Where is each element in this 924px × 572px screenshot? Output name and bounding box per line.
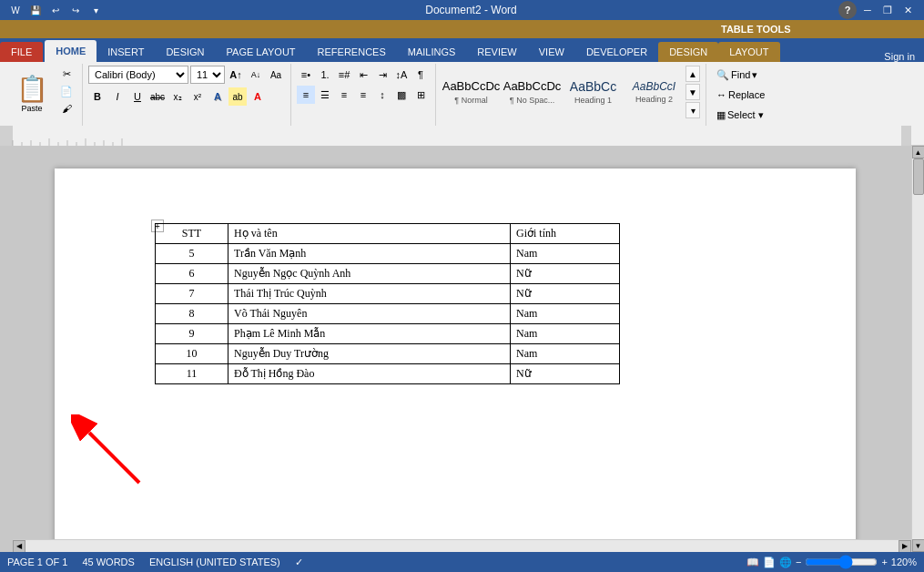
close-button[interactable]: ✕ [899, 3, 917, 17]
styles-scroll-down[interactable]: ▼ [685, 84, 700, 100]
style-heading1-preview: AaBbCc [570, 79, 616, 95]
copy-button[interactable]: 📄 [56, 83, 76, 99]
table-row: 6Nguyễn Ngọc Quỳnh AnhNữ [156, 264, 620, 284]
zoom-out-button[interactable]: − [796, 557, 801, 567]
scrollbar-track-v[interactable] [912, 158, 925, 539]
help-button[interactable]: ? [838, 1, 857, 19]
bold-button[interactable]: B [88, 87, 107, 106]
web-layout-icon[interactable]: 🌐 [779, 557, 792, 568]
font-family-select[interactable]: Calibri (Body) [88, 66, 188, 84]
quick-access-more-icon[interactable]: ▾ [87, 2, 104, 18]
window-title: Document2 - Word [104, 4, 838, 16]
align-right-button[interactable]: ≡ [335, 86, 353, 104]
paste-icon: 📋 [16, 74, 48, 104]
bullets-button[interactable]: ≡• [297, 66, 315, 84]
title-bar-controls: ? ─ ❐ ✕ [838, 1, 917, 19]
table-cell: Nữ [511, 264, 620, 284]
style-heading1[interactable]: AaBbCc Heading 1 [564, 66, 623, 118]
styles-expand[interactable]: ▾ [685, 102, 700, 118]
scrollbar-horizontal[interactable]: ◀ ▶ [13, 539, 911, 552]
tab-references[interactable]: REFERENCES [307, 42, 397, 62]
show-formatting-button[interactable]: ¶ [411, 66, 430, 84]
style-normal[interactable]: AaBbCcDc ¶ Normal [442, 66, 501, 118]
minimize-button[interactable]: ─ [858, 3, 877, 17]
style-heading1-label: Heading 1 [574, 96, 612, 105]
increase-indent-button[interactable]: ⇥ [373, 66, 391, 84]
tab-mailings[interactable]: MAILINGS [397, 42, 467, 62]
scrollbar-thumb-v[interactable] [913, 158, 924, 195]
zoom-slider-input[interactable] [805, 555, 878, 569]
select-label: Select ▾ [727, 109, 764, 121]
multilevel-list-button[interactable]: ≡# [335, 66, 353, 84]
font-size-select[interactable]: 11 [190, 66, 225, 84]
italic-button[interactable]: I [108, 87, 127, 106]
paste-button[interactable]: 📋 Paste [9, 66, 55, 120]
font-color-button[interactable]: A [249, 87, 267, 106]
tab-table-design[interactable]: DESIGN [658, 42, 718, 62]
underline-button[interactable]: U [128, 87, 147, 106]
table-cell: 11 [156, 364, 228, 384]
text-effects-button[interactable]: A [208, 87, 227, 106]
scrollbar-track-h[interactable] [25, 540, 899, 553]
redo-icon[interactable]: ↪ [67, 2, 84, 18]
title-bar-left: W 💾 ↩ ↪ ▾ [7, 2, 104, 18]
zoom-in-button[interactable]: + [881, 557, 887, 567]
clipboard-content: 📋 Paste ✂ 📄 🖌 [9, 66, 76, 129]
tab-page-layout[interactable]: PAGE LAYOUT [216, 42, 307, 62]
find-dropdown-icon: ▾ [752, 69, 757, 81]
decrease-indent-button[interactable]: ⇤ [354, 66, 372, 84]
scrollbar-vertical[interactable]: ▲ ▼ [911, 146, 924, 552]
style-no-spacing[interactable]: AaBbCcDc ¶ No Spac... [503, 66, 562, 118]
table-cell: Nguyễn Ngọc Quỳnh Anh [228, 264, 511, 284]
replace-button[interactable]: ↔ Replace [712, 86, 769, 104]
tab-insert[interactable]: INSERT [96, 42, 155, 62]
horizontal-ruler [0, 126, 924, 146]
title-bar: W 💾 ↩ ↪ ▾ Document2 - Word ? ─ ❐ ✕ [0, 0, 924, 20]
clipboard-small-buttons: ✂ 📄 🖌 [56, 66, 76, 117]
scroll-right-button[interactable]: ▶ [899, 540, 911, 553]
tab-table-layout[interactable]: LAYOUT [718, 42, 779, 62]
tab-home[interactable]: HOME [45, 40, 96, 62]
align-left-button[interactable]: ≡ [297, 86, 315, 104]
shrink-font-button[interactable]: A↓ [247, 66, 265, 84]
superscript-button[interactable]: x² [188, 87, 207, 106]
find-button[interactable]: 🔍 Find ▾ [712, 66, 762, 84]
justify-button[interactable]: ≡ [354, 86, 372, 104]
tab-review[interactable]: REVIEW [466, 42, 527, 62]
shading-button[interactable]: ▩ [392, 86, 411, 104]
scroll-down-button[interactable]: ▼ [912, 539, 925, 552]
tab-developer[interactable]: DEVELOPER [575, 42, 658, 62]
cut-button[interactable]: ✂ [56, 66, 76, 82]
line-spacing-button[interactable]: ↕ [373, 86, 391, 104]
restore-button[interactable]: ❐ [878, 3, 897, 17]
zoom-level[interactable]: 120% [891, 557, 917, 567]
para-top-row: ≡• 1. ≡# ⇤ ⇥ ↕A ¶ [297, 66, 430, 84]
table-cell: Võ Thái Nguyên [228, 304, 511, 324]
borders-button[interactable]: ⊞ [411, 86, 430, 104]
print-layout-icon[interactable]: 📄 [763, 557, 776, 568]
style-heading2[interactable]: AaBbCcI Heading 2 [624, 66, 684, 118]
subscript-button[interactable]: x₂ [168, 87, 187, 106]
scroll-left-button[interactable]: ◀ [13, 540, 25, 553]
table-row: 5Trần Văn MạnhNam [156, 244, 620, 264]
table-cell: Nữ [511, 364, 620, 384]
align-center-button[interactable]: ☰ [316, 86, 334, 104]
strikethrough-button[interactable]: abc [148, 87, 167, 106]
signin-button[interactable]: Sign in [875, 51, 924, 62]
save-icon[interactable]: 💾 [27, 2, 44, 18]
tab-file[interactable]: FILE [0, 42, 43, 62]
sort-button[interactable]: ↕A [392, 66, 411, 84]
numbering-button[interactable]: 1. [316, 66, 334, 84]
format-painter-button[interactable]: 🖌 [56, 100, 76, 117]
highlight-button[interactable]: ab [228, 87, 247, 106]
clear-formatting-button[interactable]: Aa [267, 66, 285, 84]
grow-font-button[interactable]: A↑ [227, 66, 245, 84]
document-page[interactable]: + STT Họ và tên Giới tính 5Trần Văn Mạnh… [55, 169, 856, 551]
tab-design[interactable]: DESIGN [155, 42, 215, 62]
read-mode-icon[interactable]: 📖 [746, 557, 759, 568]
scroll-up-button[interactable]: ▲ [912, 146, 925, 158]
tab-view[interactable]: VIEW [528, 42, 575, 62]
styles-scroll-up[interactable]: ▲ [685, 66, 700, 82]
undo-icon[interactable]: ↩ [47, 2, 64, 18]
select-button[interactable]: ▦ Select ▾ [712, 106, 768, 124]
